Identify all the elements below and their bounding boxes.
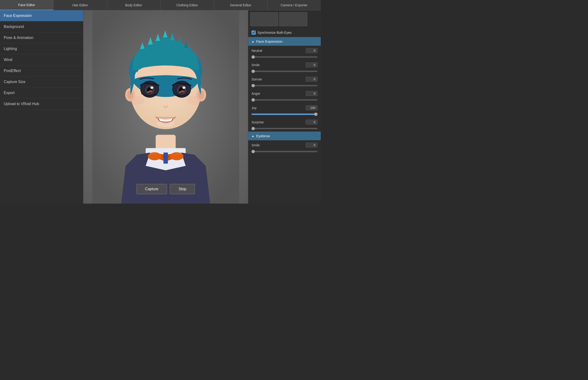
sidebar-item-upload-vroid[interactable]: Upload to VRoid Hub <box>0 98 83 110</box>
slider-label-surprise: Surprise <box>251 120 264 124</box>
slider-label-row-sorrow: Sorrow 0 <box>251 77 318 82</box>
tab-face-editor[interactable]: Face Editor <box>0 0 54 10</box>
sidebar-item-lighting[interactable]: Lighting <box>0 43 83 55</box>
slider-row-neutral: Neutral 0 <box>248 46 321 60</box>
slider-value-surprise: 0 <box>306 120 318 125</box>
face-expression-chevron: ▲ <box>251 40 254 43</box>
slider-input-eyebrow-smile[interactable] <box>251 151 318 152</box>
slider-label-eyebrow-smile: Smile <box>251 143 260 147</box>
slider-row-surprise: Surprise 0 <box>248 117 321 132</box>
svg-point-3 <box>148 152 161 160</box>
eye-thumbnails-row <box>248 10 321 28</box>
eyebrow-title: Eyebrow <box>256 134 270 138</box>
sidebar: Face ExpressionBackgroundPose & Animatio… <box>0 10 83 204</box>
sidebar-item-wind[interactable]: Wind <box>0 55 83 65</box>
slider-input-anger[interactable] <box>251 99 318 101</box>
right-eye-thumbnail <box>279 12 307 26</box>
slider-label-anger: Anger <box>251 92 260 95</box>
svg-point-18 <box>149 90 152 93</box>
tab-general-editor[interactable]: General Editor <box>214 0 267 10</box>
svg-point-28 <box>179 92 181 93</box>
slider-input-surprise[interactable] <box>251 128 318 129</box>
tab-body-editor[interactable]: Body Editor <box>107 0 161 10</box>
svg-point-30 <box>129 96 144 105</box>
svg-point-4 <box>170 152 183 160</box>
slider-label-joy: Joy <box>251 106 257 110</box>
character-svg <box>83 10 248 204</box>
slider-row-smile: Smile 0 <box>248 60 321 74</box>
slider-row-anger: Anger 0 <box>248 89 321 103</box>
eyebrow-chevron: ▲ <box>251 134 254 138</box>
tab-hair-editor[interactable]: Hair Editor <box>54 0 107 10</box>
slider-label-neutral: Neutral <box>251 49 262 53</box>
sidebar-item-capture-size[interactable]: Capture Size <box>0 76 83 88</box>
right-panel: Synchronize Both Eyes ▲ Face Expression … <box>248 10 321 204</box>
left-eye-thumbnail <box>250 12 278 26</box>
slider-input-joy[interactable] <box>251 114 318 115</box>
slider-label-smile: Smile <box>251 63 260 67</box>
sidebar-item-export[interactable]: Export <box>0 88 83 98</box>
tab-clothing-editor[interactable]: Clothing Editor <box>160 0 214 10</box>
eyebrow-sliders: Smile 0 <box>248 140 321 154</box>
slider-label-row-joy: Joy 100 <box>251 105 318 110</box>
slider-label-row-neutral: Neutral 0 <box>251 48 318 53</box>
stop-button[interactable]: Stop <box>170 184 195 194</box>
slider-value-neutral: 0 <box>306 48 318 53</box>
slider-input-neutral[interactable] <box>251 56 318 58</box>
slider-value-sorrow: 0 <box>306 77 318 82</box>
capture-button[interactable]: Capture <box>136 184 167 194</box>
slider-input-sorrow[interactable] <box>251 85 318 86</box>
sidebar-item-face-expression[interactable]: Face Expression <box>0 10 83 21</box>
sync-checkbox[interactable] <box>251 31 256 35</box>
svg-point-27 <box>182 86 185 89</box>
slider-label-sorrow: Sorrow <box>251 77 262 81</box>
sidebar-item-background[interactable]: Background <box>0 21 83 32</box>
svg-point-19 <box>150 86 153 89</box>
tab-camera-exporter[interactable]: Camera / Exporter <box>267 0 321 10</box>
svg-rect-6 <box>163 152 168 164</box>
slider-row-eyebrow-smile: Smile 0 <box>248 140 321 154</box>
sidebar-item-pose-animation[interactable]: Pose & Animation <box>0 32 83 43</box>
svg-point-20 <box>147 92 149 93</box>
svg-point-29 <box>157 120 175 127</box>
viewport-buttons: Capture Stop <box>136 184 195 194</box>
slider-label-row-anger: Anger 0 <box>251 91 318 96</box>
svg-point-26 <box>181 90 184 93</box>
sync-row: Synchronize Both Eyes <box>248 28 321 37</box>
face-expression-section-header[interactable]: ▲ Face Expression <box>248 37 321 46</box>
tab-bar: Face EditorHair EditorBody EditorClothin… <box>0 0 321 10</box>
slider-value-smile: 0 <box>306 62 318 67</box>
slider-value-eyebrow-smile: 0 <box>306 143 318 148</box>
sidebar-item-post-effect[interactable]: PostEffect <box>0 65 83 76</box>
sync-label: Synchronize Both Eyes <box>258 31 292 35</box>
eyebrow-section-header[interactable]: ▲ Eyebrow <box>248 132 321 140</box>
svg-point-31 <box>187 96 202 105</box>
character-area <box>83 10 248 204</box>
slider-input-smile[interactable] <box>251 71 318 72</box>
slider-row-sorrow: Sorrow 0 <box>248 74 321 89</box>
slider-row-joy: Joy 100 <box>248 103 321 117</box>
face-expression-sliders: Neutral 0 Smile 0 Sorrow 0 <box>248 46 321 132</box>
viewport: Capture Stop <box>83 10 248 204</box>
slider-label-row-surprise: Surprise 0 <box>251 120 318 125</box>
slider-label-row-smile: Smile 0 <box>251 62 318 67</box>
slider-value-anger: 0 <box>306 91 318 96</box>
slider-value-joy: 100 <box>306 105 318 110</box>
slider-label-row-eyebrow-smile: Smile 0 <box>251 143 318 148</box>
main-content: Face ExpressionBackgroundPose & Animatio… <box>0 10 321 204</box>
face-expression-title: Face Expression <box>256 39 283 43</box>
